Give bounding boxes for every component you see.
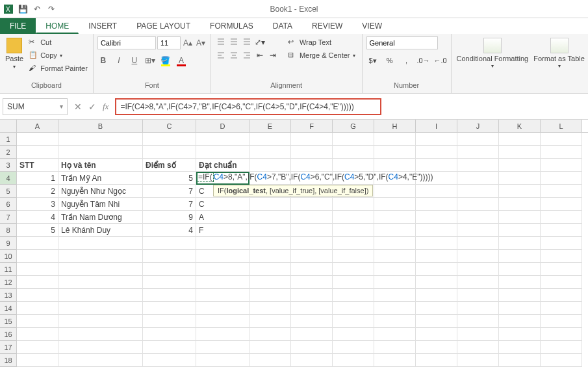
cell[interactable]: Điểm số bbox=[143, 159, 196, 172]
cell[interactable] bbox=[249, 198, 291, 211]
spreadsheet-grid[interactable]: A B C D E F G H I J K L 123STTHọ và tênĐ… bbox=[0, 120, 588, 367]
cell[interactable] bbox=[416, 224, 457, 237]
cell[interactable]: Trần Nam Dương bbox=[58, 211, 143, 224]
tab-home[interactable]: HOME bbox=[36, 18, 79, 34]
cell[interactable] bbox=[499, 237, 541, 250]
cell[interactable] bbox=[333, 224, 374, 237]
cell[interactable] bbox=[196, 341, 249, 354]
cell[interactable] bbox=[333, 354, 374, 367]
cell[interactable] bbox=[291, 224, 333, 237]
cell[interactable]: Nguyễn Như Ngọc bbox=[58, 185, 143, 198]
col-header[interactable]: C bbox=[143, 120, 196, 132]
cell[interactable] bbox=[457, 133, 499, 146]
decrease-indent-button[interactable]: ⇤ bbox=[254, 49, 266, 61]
cut-button[interactable]: ✂Cut bbox=[27, 36, 89, 48]
increase-font-button[interactable]: A▴ bbox=[182, 37, 194, 49]
cell[interactable] bbox=[17, 328, 58, 341]
cell[interactable] bbox=[249, 276, 291, 289]
cell[interactable] bbox=[333, 328, 374, 341]
cell[interactable]: C bbox=[196, 198, 249, 211]
paste-button[interactable]: Paste ▾ bbox=[4, 36, 25, 71]
cell[interactable] bbox=[333, 341, 374, 354]
cell[interactable] bbox=[374, 354, 416, 367]
col-header[interactable]: L bbox=[541, 120, 582, 132]
cell[interactable]: Đạt chuẩn bbox=[196, 159, 249, 172]
cell[interactable] bbox=[374, 237, 416, 250]
tab-view[interactable]: VIEW bbox=[352, 18, 392, 34]
cell[interactable] bbox=[291, 133, 333, 146]
cell[interactable] bbox=[17, 146, 58, 159]
cell[interactable] bbox=[416, 185, 457, 198]
cell[interactable]: Nguyễn Tâm Nhi bbox=[58, 198, 143, 211]
cell[interactable] bbox=[333, 198, 374, 211]
undo-icon[interactable]: ↶ bbox=[32, 5, 42, 14]
cell[interactable]: F bbox=[196, 224, 249, 237]
cell[interactable] bbox=[143, 133, 196, 146]
cell[interactable] bbox=[333, 289, 374, 302]
cell[interactable] bbox=[374, 146, 416, 159]
fill-color-button[interactable]: 🪣 bbox=[160, 55, 172, 66]
cell[interactable] bbox=[143, 354, 196, 367]
row-header[interactable]: 4 bbox=[0, 172, 17, 185]
font-color-button[interactable]: A bbox=[175, 55, 187, 66]
fx-icon[interactable]: fx bbox=[103, 101, 109, 112]
cell[interactable] bbox=[143, 146, 196, 159]
cell[interactable] bbox=[416, 198, 457, 211]
col-header[interactable]: A bbox=[17, 120, 58, 132]
cell[interactable] bbox=[333, 250, 374, 263]
cell[interactable] bbox=[196, 133, 249, 146]
row-header[interactable]: 10 bbox=[0, 250, 17, 263]
col-header[interactable]: J bbox=[457, 120, 499, 132]
cell[interactable]: 9 bbox=[143, 211, 196, 224]
cell[interactable] bbox=[541, 263, 582, 276]
copy-button[interactable]: 📋Copy ▾ bbox=[27, 49, 89, 61]
cell[interactable]: 7 bbox=[143, 198, 196, 211]
cell[interactable] bbox=[143, 263, 196, 276]
number-format-select[interactable] bbox=[366, 36, 438, 49]
cell[interactable] bbox=[541, 133, 582, 146]
conditional-formatting-button[interactable]: Conditional Formatting▾ bbox=[455, 36, 530, 71]
cell[interactable] bbox=[457, 315, 499, 328]
cell[interactable] bbox=[374, 263, 416, 276]
col-header[interactable]: D bbox=[196, 120, 249, 132]
cell[interactable] bbox=[499, 211, 541, 224]
cell[interactable] bbox=[17, 341, 58, 354]
cell[interactable] bbox=[457, 224, 499, 237]
row-header[interactable]: 8 bbox=[0, 224, 17, 237]
italic-button[interactable]: I bbox=[113, 55, 125, 66]
cell[interactable] bbox=[249, 159, 291, 172]
cell[interactable] bbox=[541, 354, 582, 367]
cell[interactable] bbox=[58, 237, 143, 250]
cell[interactable] bbox=[499, 354, 541, 367]
cell[interactable] bbox=[541, 172, 582, 185]
cell[interactable] bbox=[249, 237, 291, 250]
cell[interactable] bbox=[249, 289, 291, 302]
increase-decimal-button[interactable]: .0→ bbox=[417, 55, 430, 66]
cell[interactable] bbox=[196, 328, 249, 341]
row-header[interactable]: 6 bbox=[0, 198, 17, 211]
cell[interactable] bbox=[196, 237, 249, 250]
cell[interactable] bbox=[291, 315, 333, 328]
row-header[interactable]: 18 bbox=[0, 354, 17, 367]
cell[interactable] bbox=[291, 250, 333, 263]
col-header[interactable]: E bbox=[249, 120, 291, 132]
col-header[interactable]: G bbox=[333, 120, 374, 132]
cell[interactable] bbox=[291, 276, 333, 289]
cell[interactable] bbox=[291, 159, 333, 172]
cell[interactable] bbox=[541, 302, 582, 315]
cell[interactable] bbox=[374, 328, 416, 341]
format-as-table-button[interactable]: Format as Table▾ bbox=[532, 36, 586, 71]
cell[interactable] bbox=[499, 302, 541, 315]
cell[interactable] bbox=[416, 354, 457, 367]
cell[interactable] bbox=[499, 133, 541, 146]
tab-review[interactable]: REVIEW bbox=[302, 18, 352, 34]
cell[interactable] bbox=[291, 302, 333, 315]
cell[interactable] bbox=[499, 276, 541, 289]
row-header[interactable]: 7 bbox=[0, 211, 17, 224]
cell[interactable] bbox=[457, 250, 499, 263]
cell[interactable] bbox=[374, 185, 416, 198]
col-header[interactable]: I bbox=[416, 120, 457, 132]
cell[interactable] bbox=[416, 146, 457, 159]
cell[interactable] bbox=[58, 289, 143, 302]
cell[interactable] bbox=[291, 211, 333, 224]
